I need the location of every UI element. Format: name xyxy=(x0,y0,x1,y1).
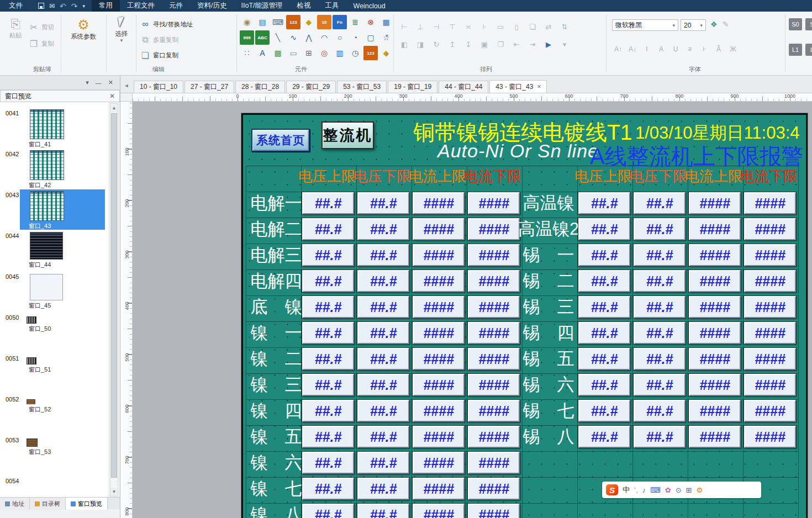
style-3d-icon[interactable]: ❖ xyxy=(710,20,718,29)
pane-title-close-icon[interactable]: ✕ xyxy=(109,92,115,100)
hmi-numeric-cell[interactable]: ##.# xyxy=(578,296,630,318)
hmi-column-header[interactable]: 电流下限 xyxy=(740,167,798,186)
hmi-numeric-cell[interactable]: ##.# xyxy=(578,400,630,422)
pane-scrollbar[interactable]: ▲ ▼ xyxy=(110,103,118,496)
hmi-row-label[interactable]: 镍 八 xyxy=(251,503,302,518)
state-s0-button[interactable]: S0 xyxy=(789,18,802,30)
state-s-partial-button[interactable]: S xyxy=(805,18,812,30)
scrollbar-thumb[interactable] xyxy=(111,113,117,478)
hmi-column-header[interactable]: 电流上限 xyxy=(685,167,742,186)
hmi-numeric-cell[interactable]: ##.# xyxy=(634,244,686,266)
hmi-row-label[interactable]: 锡 一 xyxy=(521,244,576,267)
window-preview-item[interactable]: 0043窗口_43 xyxy=(0,189,108,230)
hmi-numeric-cell[interactable]: #### xyxy=(689,192,741,214)
hmi-numeric-cell[interactable]: ##.# xyxy=(302,218,354,240)
italic-icon[interactable]: I xyxy=(641,44,653,55)
table-icon[interactable]: ⊞ xyxy=(302,46,316,60)
ribbon-tab[interactable]: 资料/历史 xyxy=(190,0,234,12)
ribbon-tab[interactable]: 检视 xyxy=(290,0,318,12)
hmi-numeric-cell[interactable]: #### xyxy=(413,504,465,518)
hmi-numeric-cell[interactable]: #### xyxy=(413,270,465,292)
hmi-numeric-cell[interactable]: #### xyxy=(413,296,465,318)
pane-tab[interactable]: 地址 xyxy=(0,498,30,510)
hmi-numeric-cell[interactable]: #### xyxy=(413,322,465,344)
meter-icon[interactable]: ◎ xyxy=(317,46,331,60)
hmi-numeric-cell[interactable]: ##.# xyxy=(357,244,409,266)
ribbon-tab[interactable]: 常用 xyxy=(92,0,120,12)
hmi-column-header[interactable]: 电压下限 xyxy=(630,167,687,186)
send-back-icon[interactable]: ↧ xyxy=(462,38,475,51)
find-replace-button[interactable]: ∞ 寻找/替换地址 xyxy=(140,19,193,29)
more-arrange-icon[interactable]: ▾ xyxy=(558,38,571,51)
window-thumb-area[interactable]: 窗口_43 xyxy=(20,189,105,230)
hmi-numeric-cell[interactable]: #### xyxy=(468,452,520,474)
hmi-row-label[interactable]: 锡 六 xyxy=(521,373,576,397)
numeric-input-icon[interactable]: ⌨ xyxy=(271,15,285,29)
hmi-numeric-cell[interactable]: ##.# xyxy=(302,504,354,518)
tab-scroll-left-icon[interactable]: ◄ xyxy=(122,81,131,91)
numeric-display-icon[interactable]: 123 xyxy=(363,46,378,60)
word-lamp-icon[interactable]: ▤ xyxy=(255,15,270,29)
hmi-numeric-cell[interactable]: #### xyxy=(413,426,465,448)
hmi-numeric-cell[interactable]: #### xyxy=(468,192,520,214)
hmi-row-label[interactable]: 锡 三 xyxy=(521,295,576,319)
hmi-numeric-cell[interactable]: ##.# xyxy=(357,400,409,422)
window-thumb-area[interactable]: 窗口_41 xyxy=(20,108,105,148)
hmi-numeric-cell[interactable]: ##.# xyxy=(357,270,409,292)
hmi-numeric-cell[interactable]: ##.# xyxy=(302,374,354,396)
align-middle-icon[interactable]: ≍ xyxy=(462,20,475,33)
window-thumb-area[interactable] xyxy=(20,475,105,497)
hmi-numeric-cell[interactable]: ##.# xyxy=(634,296,686,318)
hmi-numeric-cell[interactable]: #### xyxy=(468,270,520,292)
hmi-numeric-cell[interactable]: ##.# xyxy=(357,374,409,396)
hmi-numeric-cell[interactable]: #### xyxy=(468,374,520,396)
select-tool-button[interactable]: 选择 ▼ xyxy=(109,17,134,43)
hmi-row-label[interactable]: 镍 五 xyxy=(251,425,302,448)
hmi-numeric-cell[interactable]: ##.# xyxy=(357,348,409,370)
align-right-icon[interactable]: ⊣ xyxy=(430,20,443,33)
window-preview-item[interactable]: 0042窗口_42 xyxy=(0,149,108,189)
hmi-numeric-cell[interactable]: #### xyxy=(744,192,796,214)
cut-button[interactable]: ✂ 剪切 xyxy=(29,22,54,33)
pane-tab[interactable]: 目录树 xyxy=(30,498,66,510)
align-center-icon[interactable]: ⊦ xyxy=(478,20,491,33)
font-name-select[interactable]: 微软雅黑▾ xyxy=(612,19,678,31)
hmi-numeric-cell[interactable]: #### xyxy=(689,296,741,318)
indirect-window-icon[interactable]: ◆ xyxy=(302,15,316,29)
ribbon-tab[interactable]: 工程文件 xyxy=(120,0,162,12)
element-more-down-icon[interactable]: ▾ xyxy=(386,51,388,57)
multi-copy-button[interactable]: ⧉ 多重复制 xyxy=(140,35,178,45)
strike-icon[interactable]: Ж xyxy=(727,44,739,55)
frame-icon[interactable]: ▭ xyxy=(286,46,300,60)
language-l-partial-button[interactable]: L xyxy=(805,44,812,56)
same-height-icon[interactable]: ▯ xyxy=(510,20,523,33)
ascii-display-icon[interactable]: ABC xyxy=(255,30,270,45)
hmi-numeric-cell[interactable]: ##.# xyxy=(634,348,686,370)
hmi-numeric-cell[interactable]: ##.# xyxy=(578,192,630,214)
hmi-row-label[interactable]: 锡 八 xyxy=(521,425,576,448)
hmi-numeric-cell[interactable]: #### xyxy=(413,374,465,396)
wave-icon[interactable]: ∿ xyxy=(286,30,300,45)
language-l1-button[interactable]: L1 xyxy=(789,44,802,56)
window-preview-item[interactable]: 0053窗口_53 xyxy=(0,435,108,475)
hmi-row-label[interactable]: 高温镍 xyxy=(521,192,576,215)
select-dropdown-icon[interactable]: ▼ xyxy=(119,38,124,43)
arc-icon[interactable]: ◠ xyxy=(317,30,331,45)
hmi-row-label[interactable]: 电解四 xyxy=(251,269,302,293)
group-icon[interactable]: ▣ xyxy=(478,38,491,51)
hmi-numeric-cell[interactable]: #### xyxy=(689,426,741,448)
text-align-icon[interactable]: ≡ xyxy=(684,44,696,55)
ribbon-tab[interactable]: IIoT/能源管理 xyxy=(234,0,290,12)
rect-icon[interactable]: ▢ xyxy=(363,30,378,45)
hmi-row-label[interactable]: 镍 一 xyxy=(251,321,302,345)
hmi-numeric-cell[interactable]: #### xyxy=(468,426,520,448)
ime-skin-icon[interactable]: ✿ xyxy=(665,486,671,494)
hmi-numeric-cell[interactable]: #### xyxy=(468,478,520,500)
pipe-icon[interactable]: ⊗ xyxy=(363,15,378,29)
hmi-numeric-cell[interactable]: #### xyxy=(744,374,796,396)
hmi-numeric-cell[interactable]: ##.# xyxy=(634,192,686,214)
element-more-up-icon[interactable]: ▾ xyxy=(386,33,388,39)
font-size-select[interactable]: 20▾ xyxy=(681,19,706,31)
hmi-numeric-cell[interactable]: #### xyxy=(744,426,796,448)
hmi-numeric-cell[interactable]: #### xyxy=(744,400,796,422)
